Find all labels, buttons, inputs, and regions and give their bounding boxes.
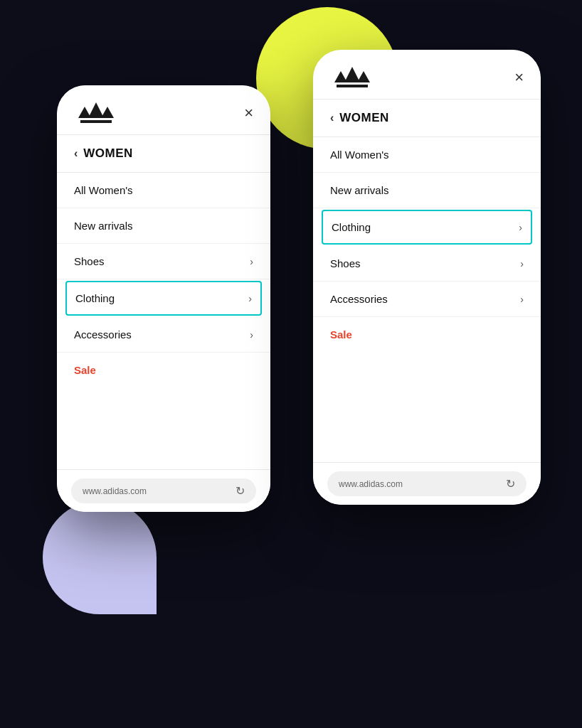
menu-item-accessories-front[interactable]: Accessories › [313,282,541,317]
menu-item-sale-back[interactable]: Sale [57,353,270,387]
back-arrow-front[interactable]: ‹ [330,112,334,124]
menu-item-all-womens-back[interactable]: All Women's [57,173,270,208]
phone-back-header: × [57,85,270,135]
refresh-icon-back[interactable]: ↻ [236,484,245,498]
menu-list-front: All Women's New arrivals Clothing › Shoe… [313,137,541,462]
chevron-icon: › [248,293,252,304]
menu-label: Clothing [332,221,371,233]
menu-label: Accessories [330,293,388,305]
menu-item-new-arrivals-front[interactable]: New arrivals [313,173,541,208]
address-bar-front: www.adidas.com ↻ [313,462,541,505]
menu-label: Sale [74,364,96,376]
address-url-front: www.adidas.com [339,479,403,489]
menu-item-all-womens-front[interactable]: All Women's [313,137,541,173]
nav-section-front: ‹ WOMEN [313,100,541,137]
menu-item-shoes-back[interactable]: Shoes › [57,244,270,279]
menu-label: Clothing [75,292,115,304]
logo-bar-front [337,85,368,87]
menu-list-back: All Women's New arrivals Shoes › Clothin… [57,173,270,469]
chevron-icon: › [250,329,253,341]
menu-item-clothing-front[interactable]: Clothing › [322,210,532,245]
menu-item-new-arrivals-back[interactable]: New arrivals [57,208,270,244]
menu-label: All Women's [74,184,133,196]
logo-peak-center-front [344,67,360,82]
chevron-icon: › [520,258,524,269]
address-bar-back: www.adidas.com ↻ [57,469,270,512]
menu-item-clothing-back[interactable]: Clothing › [65,281,262,316]
address-url-back: www.adidas.com [83,486,147,496]
phone-front: × ‹ WOMEN All Women's New arrivals Cloth… [313,50,541,505]
adidas-logo-back [74,102,118,123]
logo-bar [80,120,112,123]
adidas-logo-front [330,67,374,87]
section-title-front: WOMEN [339,111,389,125]
menu-label: Accessories [74,328,132,341]
menu-item-sale-front[interactable]: Sale [313,317,541,352]
menu-label: Sale [330,328,352,341]
chevron-icon: › [250,256,253,267]
menu-label: New arrivals [330,184,389,196]
close-button-front[interactable]: × [514,70,524,85]
menu-item-accessories-back[interactable]: Accessories › [57,317,270,353]
refresh-icon-front[interactable]: ↻ [506,477,515,491]
nav-section-back: ‹ WOMEN [57,135,270,173]
chevron-icon: › [520,294,524,305]
menu-label: New arrivals [74,220,133,232]
logo-peak-center [88,102,104,118]
menu-label: All Women's [330,149,389,161]
section-title-back: WOMEN [83,146,133,161]
chevron-icon: › [519,222,522,233]
phone-back: × ‹ WOMEN All Women's New arrivals Shoes… [57,85,270,512]
back-arrow-back[interactable]: ‹ [74,147,78,160]
menu-label: Shoes [74,255,105,267]
menu-item-shoes-front[interactable]: Shoes › [313,246,541,282]
purple-shape-decoration [43,500,157,614]
close-button-back[interactable]: × [244,105,253,121]
phone-front-header: × [313,50,541,100]
menu-label: Shoes [330,257,361,269]
